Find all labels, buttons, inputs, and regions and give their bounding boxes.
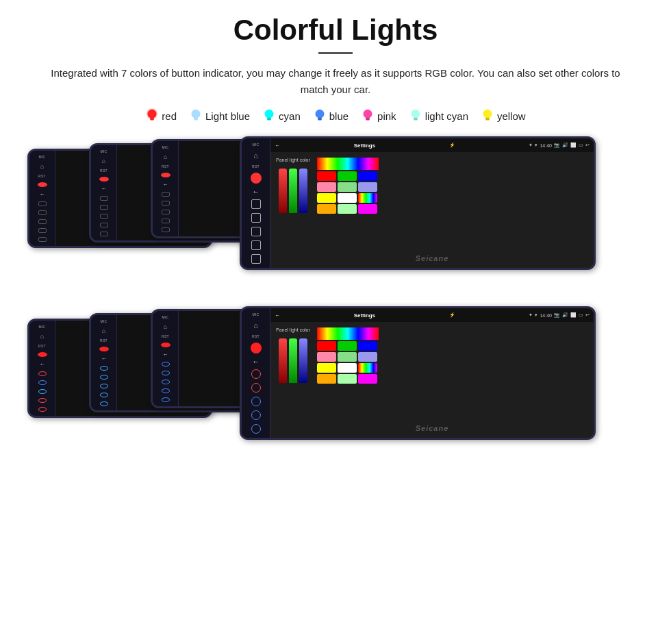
- screen-header-bottom: ← Settings ⚡ ✦ ▾ 14:40 📷 🔊 ⬜ ▭ ↩: [270, 308, 594, 322]
- home-icon: ⌂: [38, 163, 47, 170]
- color-label-blue: blue: [329, 110, 349, 122]
- ring-d5: [162, 397, 170, 402]
- vol-icon: 🔊: [562, 143, 568, 148]
- svg-point-4: [265, 110, 274, 119]
- device-front-top: MIC ⌂ RST ← ← Settings ⚡: [240, 136, 596, 270]
- icon5: [38, 237, 47, 242]
- cell-b-yellow[interactable]: [317, 363, 336, 373]
- color-grid-section-bottom: [317, 327, 379, 432]
- power-button[interactable]: [38, 182, 47, 187]
- camera-icon-b: 📷: [554, 312, 560, 318]
- cell-mint[interactable]: [338, 204, 357, 214]
- arrow-icon: ←: [38, 191, 47, 197]
- cell-orange[interactable]: [317, 204, 336, 214]
- icon12: [162, 201, 170, 206]
- cell-magenta[interactable]: [358, 204, 377, 214]
- color-indicators-row: red Light blue cyan blue: [145, 108, 525, 124]
- ring-b4: [38, 398, 47, 403]
- btn1: [251, 199, 261, 209]
- color-grid-bottom-grid: [317, 341, 379, 384]
- arrow-front-icon: ←: [253, 188, 259, 195]
- ring-c2: [100, 375, 108, 380]
- cell-b-red[interactable]: [317, 341, 336, 351]
- bulb-icon-pink: [361, 108, 375, 124]
- color-item-lightcyan: light cyan: [409, 108, 468, 124]
- svg-rect-9: [366, 118, 370, 121]
- ring-e5: [251, 424, 261, 434]
- rst-front-label: RST: [252, 164, 259, 169]
- home-btn[interactable]: ←: [275, 143, 280, 149]
- sidebar-back2-bottom: MIC ⌂ RST ←: [91, 315, 117, 410]
- bar-red-bottom: [279, 338, 287, 383]
- power-b1-button[interactable]: [161, 343, 170, 347]
- bar-blue-bottom: [299, 338, 307, 383]
- cell-b-lavender[interactable]: [358, 352, 377, 362]
- arrow-icon3: ←: [161, 182, 170, 188]
- cell-lightgreen[interactable]: [338, 182, 357, 192]
- home-icon3: ⌂: [161, 153, 170, 160]
- power-button3[interactable]: [161, 173, 170, 177]
- sidebar-back2-top: MIC ⌂ RST ←: [91, 145, 117, 240]
- color-item-yellow: yellow: [481, 108, 526, 124]
- cell-blue[interactable]: [358, 171, 377, 181]
- status-icons-b: ✦ ▾ 14:40 📷 🔊 ⬜ ▭ ↩: [529, 312, 590, 318]
- cell-b-mint[interactable]: [338, 374, 357, 384]
- bt-icon: ✦: [529, 143, 533, 148]
- color-label-lightcyan: light cyan: [425, 110, 468, 122]
- device-front-bottom: MIC ⌂ RST ← ← Settings ⚡: [240, 306, 596, 440]
- cell-green[interactable]: [338, 171, 357, 181]
- cell-b-pink[interactable]: [317, 352, 336, 362]
- top-device-group: MIC ⌂ RST ← MIC ⌂ RST: [27, 136, 644, 290]
- cell-lavender[interactable]: [358, 182, 377, 192]
- cell-b-green[interactable]: [338, 341, 357, 351]
- svg-point-6: [315, 110, 324, 119]
- cell-b-rainbow[interactable]: [358, 363, 377, 373]
- cell-b-orange[interactable]: [317, 374, 336, 384]
- page: Colorful Lights Integrated with 7 colors…: [0, 0, 671, 644]
- arrow-icon2: ←: [99, 186, 109, 192]
- icon11: [162, 192, 170, 197]
- bulb-icon-red: [145, 108, 159, 124]
- cell-red[interactable]: [317, 171, 336, 181]
- power-b2-button[interactable]: [99, 347, 109, 351]
- time-display: 14:40: [540, 143, 552, 148]
- bulb-icon-blue: [313, 108, 327, 124]
- cell-rainbow[interactable]: [358, 193, 377, 203]
- home-icon2: ⌂: [99, 158, 109, 164]
- home-b2-icon: ⌂: [99, 327, 109, 334]
- cell-b-lightgreen[interactable]: [338, 352, 357, 362]
- cell-b-blue[interactable]: [358, 341, 377, 351]
- back-icon: ↩: [585, 143, 590, 148]
- cell-pink[interactable]: [317, 182, 336, 192]
- color-item-blue: blue: [313, 108, 349, 124]
- icon13: [162, 210, 170, 214]
- power-b3-button[interactable]: [38, 352, 47, 357]
- vol-icon-b: 🔊: [562, 312, 568, 318]
- title-divider: [318, 52, 353, 54]
- home-btn-b[interactable]: ←: [275, 312, 280, 319]
- wifi-icon: ▾: [535, 143, 537, 148]
- ring-d1: [162, 362, 170, 367]
- ring-c4: [100, 393, 108, 397]
- power-button2[interactable]: [99, 177, 109, 182]
- ring-c1: [100, 366, 108, 371]
- settings-title-b: Settings: [354, 312, 376, 319]
- color-grid-section-top: [317, 158, 379, 262]
- cell-white[interactable]: [338, 193, 357, 203]
- bulb-icon-lightblue: [189, 108, 203, 124]
- mic-b3-label: MIC: [38, 325, 45, 329]
- rst-b1-label: RST: [162, 334, 169, 338]
- power-f2-button[interactable]: [251, 343, 262, 354]
- cell-b-magenta[interactable]: [358, 374, 377, 384]
- mic-b1-label: MIC: [162, 315, 168, 319]
- icon3: [38, 219, 47, 224]
- cell-b-white[interactable]: [338, 363, 357, 373]
- panel-light-section-top: Panel light color: [276, 158, 310, 262]
- btn3: [251, 227, 261, 236]
- rainbow-bar-bottom: [317, 327, 379, 340]
- bar-green-top: [289, 169, 297, 213]
- mic-b2-label: MIC: [100, 319, 107, 323]
- ring-d2: [162, 371, 170, 375]
- cell-yellow[interactable]: [317, 193, 336, 203]
- power-front-button[interactable]: [251, 173, 262, 184]
